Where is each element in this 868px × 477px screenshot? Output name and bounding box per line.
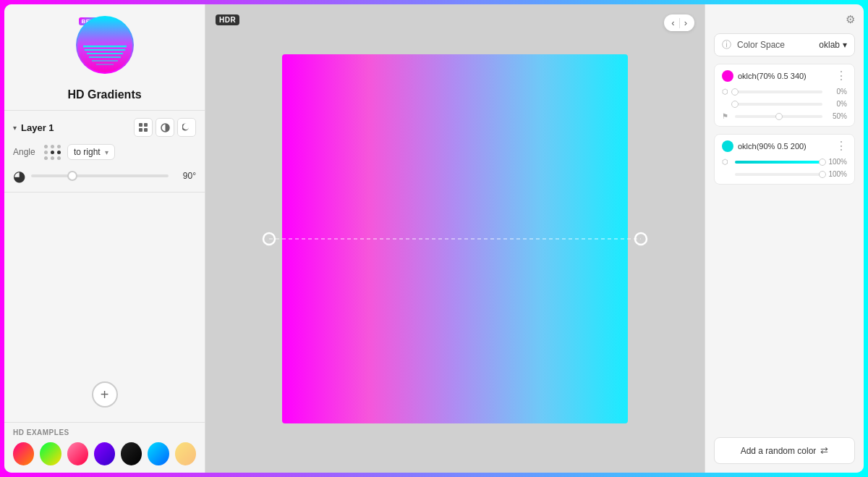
example-7[interactable] (175, 442, 196, 465)
main-canvas: HDR ‹ › (205, 4, 705, 473)
layer-collapse-arrow[interactable]: ▾ (13, 124, 17, 132)
color-2-slider-2-thumb[interactable] (819, 171, 826, 178)
add-random-color-button[interactable]: Add a random color ⇄ (714, 437, 855, 464)
color-1-more-button[interactable]: ⋮ (835, 70, 847, 82)
half-circle-icon (161, 123, 170, 132)
slider-2-track[interactable] (735, 103, 822, 106)
app-title: HD Gradients (67, 88, 141, 101)
half-circle-button[interactable] (156, 118, 174, 137)
link-icon-1: ⬡ (722, 88, 731, 96)
nav-divider (679, 18, 680, 28)
layer-title-row: ▾ Layer 1 (13, 122, 54, 133)
next-arrow-button[interactable]: › (683, 17, 689, 28)
color-1-swatch[interactable] (722, 70, 733, 82)
slider-1-track[interactable] (735, 90, 822, 93)
angle-degree-value: 90° (174, 171, 196, 181)
grid-icon (139, 123, 148, 132)
layer-icons (134, 118, 196, 137)
slider-2-value: 0% (827, 100, 847, 108)
color-2-more-button[interactable]: ⋮ (835, 140, 847, 152)
slider-2-thumb[interactable] (731, 101, 739, 108)
grid-view-button[interactable] (134, 118, 153, 137)
color-space-value: oklab (819, 40, 840, 50)
dot-tl[interactable] (44, 145, 48, 148)
svg-rect-8 (139, 123, 142, 127)
color-1-slider-1: ⬡ 0% (722, 88, 847, 96)
example-5[interactable] (121, 442, 142, 465)
example-3[interactable] (67, 442, 88, 465)
pie-icon: ◕ (13, 167, 25, 185)
prev-arrow-button[interactable]: ‹ (670, 17, 676, 28)
color-2-slider-1-track[interactable] (735, 161, 822, 164)
dot-bl[interactable] (44, 156, 48, 160)
right-panel: ⚙ ⓘ Color Space oklab ▾ oklch(70% 0.5 34… (705, 4, 864, 473)
angle-slider-track[interactable] (31, 174, 169, 177)
color-1-slider-2: 0% (722, 100, 847, 108)
angle-slider-row: ◕ 90° (13, 167, 196, 185)
dot-mr[interactable] (57, 151, 61, 154)
add-layer-area: + (4, 193, 205, 422)
angle-direction-value: to right (74, 147, 101, 157)
direction-dots[interactable] (44, 145, 61, 160)
shuffle-icon: ⇄ (820, 445, 828, 456)
color-2-swatch[interactable] (722, 140, 733, 152)
example-6[interactable] (148, 442, 169, 465)
color-2-slider-2: 100% (722, 170, 847, 178)
color-1-name[interactable]: oklch(70% 0.5 340) (738, 72, 831, 80)
examples-section: HD EXAMPLES (4, 422, 205, 473)
angle-label: Angle (13, 147, 38, 157)
angle-slider-thumb[interactable] (67, 171, 77, 181)
slider-3-thumb[interactable] (775, 113, 783, 120)
slider-3-value: 50% (827, 112, 847, 120)
color-stop-2-card: oklch(90% 0.5 200) ⋮ ⬡ 100% (714, 134, 855, 185)
settings-button[interactable]: ⚙ (846, 13, 855, 26)
layer-section: ▾ Layer 1 (4, 111, 205, 193)
svg-rect-9 (144, 123, 148, 127)
dot-br[interactable] (57, 156, 61, 160)
add-random-label: Add a random color (741, 446, 817, 456)
flag-icon: ⚑ (722, 112, 731, 120)
dot-bc[interactable] (51, 156, 54, 160)
sidebar: BETA (4, 4, 205, 473)
info-icon[interactable]: ⓘ (722, 38, 731, 51)
slider-1-thumb[interactable] (731, 88, 739, 96)
color-2-slider-1-thumb[interactable] (819, 159, 826, 166)
gradient-line-svg (269, 224, 641, 253)
color-1-sliders: ⬡ 0% 0% ⚑ (722, 88, 847, 120)
example-1[interactable] (13, 442, 34, 465)
dot-tr[interactable] (57, 145, 61, 148)
dot-ml[interactable] (44, 151, 48, 154)
logo-wrap: BETA (76, 16, 134, 81)
color-2-header: oklch(90% 0.5 200) ⋮ (722, 140, 847, 152)
hdr-badge: HDR (216, 14, 239, 25)
example-2[interactable] (40, 442, 61, 465)
settings-icon-row: ⚙ (714, 13, 855, 26)
color-2-name[interactable]: oklch(90% 0.5 200) (738, 142, 831, 151)
color-space-select[interactable]: oklab ▾ (819, 40, 847, 50)
color-2-slider-2-track[interactable] (735, 173, 822, 176)
layer-title: Layer 1 (21, 122, 54, 133)
color-space-chevron-icon: ▾ (843, 40, 847, 50)
moon-button[interactable] (177, 118, 196, 137)
color-2-slider-1: ⬡ 100% (722, 158, 847, 166)
sidebar-header: BETA (4, 4, 205, 111)
color-1-slider-3: ⚑ 50% (722, 112, 847, 120)
add-layer-button[interactable]: + (92, 381, 118, 408)
logo-svg (76, 16, 134, 74)
color-space-row: ⓘ Color Space oklab ▾ (714, 33, 855, 56)
moon-icon (182, 123, 191, 132)
example-4[interactable] (94, 442, 115, 465)
color-2-sliders: ⬡ 100% 100% (722, 158, 847, 178)
color-stop-1-card: oklch(70% 0.5 340) ⋮ ⬡ 0% (714, 64, 855, 127)
color-1-header: oklch(70% 0.5 340) ⋮ (722, 70, 847, 82)
slider-3-track[interactable] (735, 115, 822, 118)
navigation-arrows: ‹ › (664, 14, 694, 31)
angle-direction-select[interactable]: to right ▾ (67, 144, 115, 160)
gradient-preview[interactable] (282, 54, 628, 423)
link-icon-3: ⬡ (722, 158, 731, 166)
dot-mc[interactable] (51, 151, 54, 154)
color-2-slider-1-value: 100% (827, 158, 847, 166)
layer-header: ▾ Layer 1 (13, 118, 196, 137)
dot-tc[interactable] (51, 145, 54, 148)
examples-row (13, 442, 196, 465)
